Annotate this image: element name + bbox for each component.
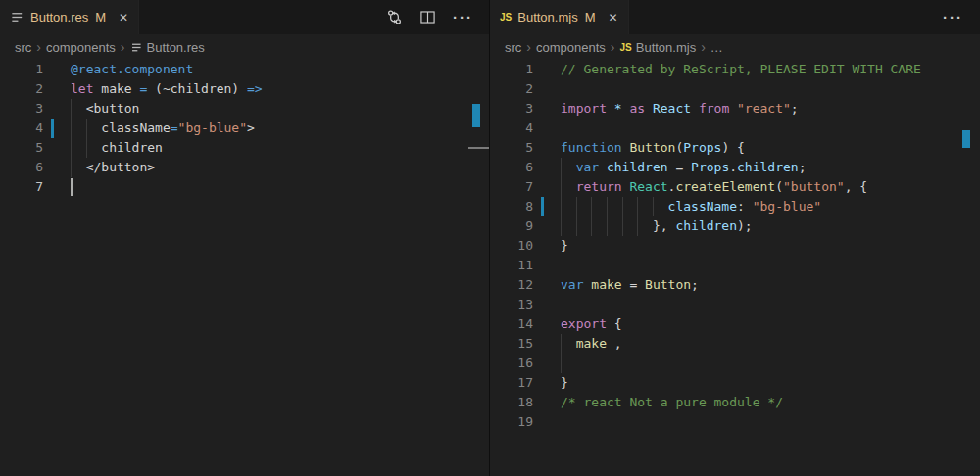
- code-line[interactable]: 5 children: [0, 138, 490, 158]
- chevron-right-icon: ›: [31, 40, 46, 54]
- line-number[interactable]: 2: [0, 79, 43, 99]
- code-line[interactable]: 2: [490, 79, 980, 99]
- code-token: ;: [691, 277, 699, 292]
- code-line[interactable]: 10}: [490, 236, 980, 256]
- line-number[interactable]: 1: [490, 60, 533, 79]
- breadcrumb-item-src[interactable]: src: [15, 40, 31, 55]
- line-number[interactable]: 6: [490, 158, 533, 177]
- code-line[interactable]: 5function Button(Props) {: [490, 138, 980, 158]
- line-number[interactable]: 11: [490, 256, 533, 275]
- code-editor[interactable]: 1@react.component2let make = (~children)…: [0, 60, 490, 476]
- code-line[interactable]: 4 className="bg-blue">: [0, 119, 490, 138]
- breadcrumb-item-components[interactable]: components: [46, 40, 116, 55]
- js-icon: JS: [620, 42, 632, 53]
- line-number[interactable]: 18: [490, 393, 533, 412]
- more-actions-icon[interactable]: ···: [943, 10, 963, 24]
- code-token: [599, 160, 607, 174]
- gutter-decorations: [43, 177, 71, 197]
- code-token: var: [576, 160, 599, 174]
- line-number[interactable]: 6: [0, 158, 43, 177]
- code-token: from: [699, 101, 729, 116]
- line-number[interactable]: 10: [490, 236, 533, 256]
- open-changes-icon[interactable]: [386, 9, 403, 25]
- line-number[interactable]: 5: [0, 138, 43, 158]
- close-icon[interactable]: ✕: [609, 12, 618, 24]
- code-line[interactable]: 14export {: [490, 314, 980, 334]
- code-line[interactable]: 15 make ,: [490, 334, 980, 354]
- line-number[interactable]: 7: [490, 177, 533, 197]
- code-line[interactable]: 18/* react Not a pure module */: [490, 393, 980, 412]
- more-actions-icon[interactable]: ···: [453, 10, 473, 24]
- modified-line-marker: [51, 119, 54, 138]
- line-number[interactable]: 14: [490, 314, 533, 334]
- code-token: Props: [691, 160, 729, 174]
- code-line[interactable]: 13: [490, 295, 980, 314]
- code-line[interactable]: 16: [490, 354, 980, 373]
- code-token: React: [653, 101, 691, 116]
- code-token: , {: [845, 179, 867, 194]
- tab-button-mjs[interactable]: JS Button.mjs M ✕: [490, 0, 629, 34]
- tab-label: Button.res: [30, 10, 88, 24]
- split-editor-icon[interactable]: [419, 9, 436, 25]
- code-line[interactable]: 17}: [490, 373, 980, 393]
- code-token: function: [561, 140, 622, 155]
- breadcrumb-item-src[interactable]: src: [505, 40, 521, 55]
- code-line[interactable]: 7: [0, 177, 490, 197]
- code-line[interactable]: 7 return React.createElement("button", {: [490, 177, 980, 197]
- code-line[interactable]: 2let make = (~children) =>: [0, 79, 490, 99]
- gutter-decorations: [43, 158, 71, 177]
- code-text: var make = Button;: [561, 275, 980, 295]
- code-line[interactable]: 3 <button: [0, 99, 490, 119]
- code-line[interactable]: 8 className: "bg-blue": [490, 197, 980, 216]
- gutter-decorations: [533, 138, 561, 158]
- line-number[interactable]: 3: [0, 99, 43, 119]
- indent-guide: [86, 138, 87, 158]
- code-line[interactable]: 6 </button>: [0, 158, 490, 177]
- indent-guide: [71, 158, 72, 177]
- line-number[interactable]: 8: [490, 197, 533, 216]
- line-number[interactable]: 4: [490, 119, 533, 138]
- line-number[interactable]: 16: [490, 354, 533, 373]
- line-number[interactable]: 19: [490, 412, 533, 432]
- code-token: [561, 336, 576, 351]
- code-line[interactable]: 3import * as React from "react";: [490, 99, 980, 119]
- code-editor[interactable]: 1// Generated by ReScript, PLEASE EDIT W…: [490, 60, 980, 476]
- line-number[interactable]: 13: [490, 295, 533, 314]
- line-number[interactable]: 17: [490, 373, 533, 393]
- line-number[interactable]: 4: [0, 119, 43, 138]
- code-line[interactable]: 1@react.component: [0, 60, 490, 79]
- code-line[interactable]: 4: [490, 119, 980, 138]
- line-number[interactable]: 3: [490, 99, 533, 119]
- chevron-right-icon: ›: [521, 40, 536, 54]
- code-line[interactable]: 11: [490, 256, 980, 275]
- overview-ruler[interactable]: [468, 60, 490, 476]
- code-line[interactable]: 12var make = Button;: [490, 275, 980, 295]
- line-number[interactable]: 1: [0, 60, 43, 79]
- code-line[interactable]: 1// Generated by ReScript, PLEASE EDIT W…: [490, 60, 980, 79]
- line-number[interactable]: 9: [490, 216, 533, 236]
- chevron-right-icon: ›: [696, 40, 710, 54]
- indent-guide: [622, 216, 623, 236]
- breadcrumb-item-file[interactable]: Button.res: [147, 40, 205, 55]
- indent-guide: [607, 197, 608, 216]
- breadcrumb-item-components[interactable]: components: [536, 40, 606, 55]
- code-line[interactable]: 6 var children = Props.children;: [490, 158, 980, 177]
- code-token: as: [629, 101, 645, 116]
- line-number[interactable]: 7: [0, 177, 43, 197]
- code-token: ) {: [721, 140, 744, 155]
- breadcrumb-item-symbol[interactable]: …: [710, 40, 723, 55]
- line-number[interactable]: 12: [490, 275, 533, 295]
- line-number[interactable]: 2: [490, 79, 533, 99]
- code-line[interactable]: 9 }, children);: [490, 216, 980, 236]
- code-token: ,: [607, 336, 622, 351]
- code-token: [645, 101, 653, 116]
- line-number[interactable]: 15: [490, 334, 533, 354]
- tab-button-res[interactable]: Button.res M ✕: [0, 0, 139, 34]
- overview-ruler[interactable]: [958, 60, 980, 476]
- line-number[interactable]: 5: [490, 138, 533, 158]
- breadcrumb-item-file[interactable]: Button.mjs: [636, 40, 696, 55]
- close-icon[interactable]: ✕: [119, 12, 128, 24]
- code-line[interactable]: 19: [490, 412, 980, 432]
- code-text: }: [561, 373, 980, 393]
- gutter-decorations: [43, 60, 71, 79]
